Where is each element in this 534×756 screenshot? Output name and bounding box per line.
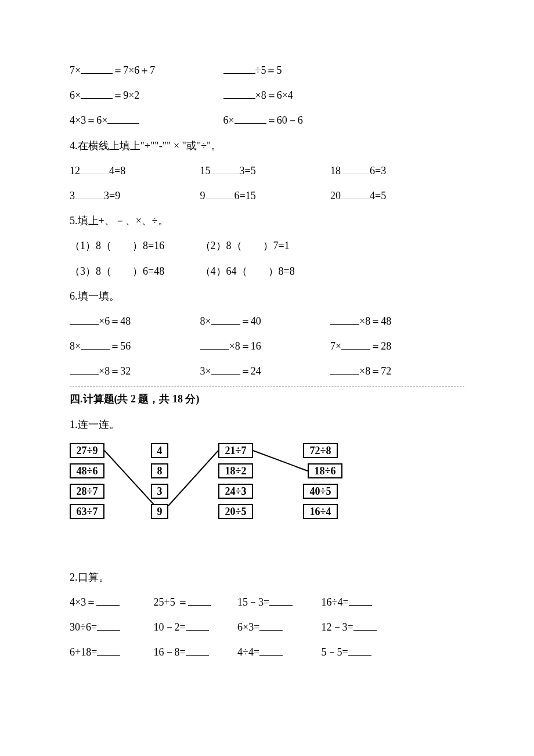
- blank[interactable]: [348, 645, 371, 656]
- blank[interactable]: [186, 620, 209, 631]
- txt: 30÷6=: [70, 621, 97, 633]
- blank[interactable]: [341, 163, 370, 174]
- txt: 20: [330, 190, 341, 201]
- q3-r2b-post: ×8＝6×4: [255, 89, 293, 101]
- txt: 18: [330, 165, 341, 177]
- txt: 6+18=: [70, 646, 97, 658]
- txt: 12－3=: [322, 621, 353, 633]
- q3-r3a-pre: 4×3＝6×: [70, 114, 107, 126]
- txt: ×8＝16: [229, 340, 261, 352]
- worksheet-page: 7×＝7×6＋7 ÷5＝5 6×＝9×2 ×8＝6×4 4×3＝6× 6×＝60…: [0, 0, 534, 700]
- blank[interactable]: [96, 595, 120, 606]
- blank[interactable]: [349, 595, 372, 606]
- blank[interactable]: [107, 113, 139, 124]
- q5-i1: （1）8（ ）8=16: [70, 233, 197, 258]
- blank[interactable]: [211, 314, 240, 325]
- match-box: 20÷5: [218, 504, 253, 519]
- txt: 25+5 ＝: [154, 596, 189, 608]
- blank[interactable]: [259, 645, 283, 656]
- blank[interactable]: [269, 595, 293, 606]
- txt: 10－2=: [154, 621, 186, 633]
- q5-i3: （3）8（ ）6=48: [70, 259, 197, 284]
- txt: 6=3: [370, 165, 386, 177]
- match-box: 8: [151, 463, 168, 478]
- blank[interactable]: [223, 88, 255, 99]
- txt: 4=8: [109, 165, 125, 177]
- match-box: 18÷2: [218, 463, 253, 478]
- blank[interactable]: [97, 645, 120, 656]
- match-box: 27÷9: [70, 443, 104, 458]
- txt: ×8＝48: [359, 315, 391, 327]
- blank[interactable]: [200, 339, 229, 350]
- sec4-q2-title: 2.口算。: [70, 565, 464, 590]
- q5-i2: （2）8（ ）7=1: [200, 233, 290, 258]
- blank[interactable]: [223, 63, 255, 74]
- txt: ×6＝48: [99, 315, 131, 327]
- q5-i4: （4）64（ ）8=8: [200, 259, 295, 284]
- match-box: 63÷7: [70, 504, 104, 519]
- blank[interactable]: [97, 620, 120, 631]
- q5-row-2: （3）8（ ）6=48 （4）64（ ）8=8: [70, 259, 464, 284]
- txt: 9: [200, 190, 205, 201]
- blank[interactable]: [70, 363, 99, 375]
- blank[interactable]: [341, 188, 370, 199]
- match-box: 3: [151, 484, 168, 499]
- q3-row-2: 6×＝9×2 ×8＝6×4: [70, 83, 464, 108]
- calc-row-3: 6+18= 16－8= 4÷4= 5－5=: [70, 640, 464, 665]
- blank[interactable]: [330, 314, 359, 325]
- blank[interactable]: [80, 163, 109, 174]
- txt: ×8＝72: [359, 365, 391, 377]
- blank[interactable]: [188, 595, 211, 606]
- txt: 3=9: [104, 190, 120, 201]
- txt: 16÷4=: [322, 596, 349, 608]
- q4-row-2: 33=9 96=15 204=5: [70, 183, 464, 208]
- txt: 12: [70, 165, 80, 177]
- txt: 8×: [70, 340, 81, 352]
- txt: ＝40: [240, 315, 261, 327]
- blank[interactable]: [211, 163, 240, 174]
- blank[interactable]: [259, 620, 283, 631]
- txt: 3×: [200, 365, 211, 377]
- txt: 15－3=: [237, 596, 269, 608]
- q5-title: 5.填上+、－、×、÷。: [70, 208, 464, 233]
- q3-r1b-post: ÷5＝5: [255, 64, 282, 76]
- blank[interactable]: [70, 314, 99, 325]
- txt: 7×: [330, 340, 341, 352]
- q3-r2a-pre: 6×: [70, 89, 81, 101]
- match-box: 16÷4: [303, 504, 338, 519]
- txt: ＝24: [240, 365, 261, 377]
- q6-row-2: 8×＝56 ×8＝16 7×＝28: [70, 334, 464, 359]
- blank[interactable]: [341, 339, 370, 350]
- txt: 3=5: [240, 165, 256, 177]
- blank[interactable]: [75, 188, 104, 199]
- blank[interactable]: [186, 645, 209, 656]
- q4-title: 4.在横线上填上"+""-"" × "或"÷"。: [70, 134, 464, 159]
- calc-row-2: 30÷6= 10－2= 6×3= 12－3=: [70, 615, 464, 640]
- q4-row-1: 124=8 153=5 186=3: [70, 159, 464, 183]
- svg-line-2: [253, 451, 308, 471]
- q6-row-1: ×6＝48 8×＝40 ×8＝48: [70, 309, 464, 334]
- q3-r1a-post: ＝7×6＋7: [113, 64, 155, 76]
- q3-r3b-pre: 6×: [223, 114, 234, 126]
- match-box: 4: [151, 443, 168, 458]
- q3-row-3: 4×3＝6× 6×＝60－6: [70, 108, 464, 133]
- blank[interactable]: [81, 63, 113, 74]
- q6-row-3: ×8＝32 3×＝24 ×8＝72: [70, 359, 464, 384]
- match-box: 9: [151, 504, 168, 519]
- txt: 4÷4=: [237, 646, 259, 658]
- txt: ＝56: [110, 340, 131, 352]
- q3-r1a-pre: 7×: [70, 64, 81, 76]
- match-box: 48÷6: [70, 463, 104, 478]
- blank[interactable]: [81, 339, 110, 350]
- blank[interactable]: [353, 620, 377, 631]
- blank[interactable]: [330, 363, 359, 375]
- q3-r3b-post: ＝60－6: [266, 114, 303, 126]
- match-box: 21÷7: [218, 443, 253, 458]
- blank[interactable]: [234, 113, 266, 124]
- blank[interactable]: [81, 88, 113, 99]
- blank[interactable]: [205, 188, 234, 199]
- q6-title: 6.填一填。: [70, 284, 464, 309]
- blank[interactable]: [211, 363, 240, 375]
- match-box: 18÷6: [308, 463, 342, 478]
- q3-row-1: 7×＝7×6＋7 ÷5＝5: [70, 58, 464, 83]
